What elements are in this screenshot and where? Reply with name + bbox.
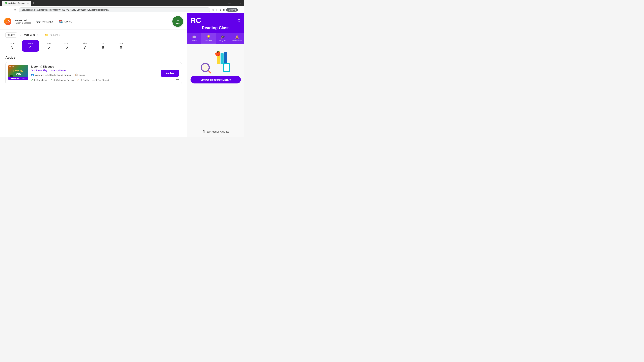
waiting-stat: ✔ 0 Waiting for Review (50, 78, 74, 81)
today-button[interactable]: Today (5, 32, 17, 37)
assigned-text: Assigned to All Students and Groups (35, 74, 71, 76)
folder-text: books (79, 74, 85, 76)
activities-icon: 💡 (206, 35, 211, 39)
bookmark-icon[interactable]: ☆ (212, 8, 214, 11)
settings-icon[interactable]: ⚙ (237, 18, 241, 23)
day-sat[interactable]: Sat 9 (113, 40, 130, 52)
journal-icon: 📖 (192, 35, 196, 39)
completed-count: 0 (34, 79, 36, 81)
sidebar-item-activities[interactable]: 💡 Activities (202, 33, 216, 44)
window-controls: — ❐ × (227, 1, 242, 5)
day-wed[interactable]: Wed 6 (58, 40, 75, 52)
address-input[interactable] (18, 7, 210, 12)
apple-icon: 🍎 (215, 51, 221, 56)
library-nav-item[interactable]: 📚 Library (59, 19, 72, 23)
bulk-archive-button[interactable]: 🗄 Bulk Archive Activities (202, 130, 229, 133)
activity-thumbnail: LOVE MY NAME ▶ Written Present to Class (8, 65, 28, 80)
activity-subtitle[interactable]: Just Press Play: I Love My Name (31, 69, 158, 72)
list-view-button[interactable]: ☰ (171, 32, 176, 37)
date-nav: ‹ Mar 3–9 › (20, 32, 39, 37)
day-fri[interactable]: Fri 8 (94, 40, 111, 52)
bulk-archive-label: Bulk Archive Activities (206, 130, 229, 133)
refresh-button[interactable]: ⟳ (14, 7, 17, 12)
waiting-count: 0 (54, 79, 55, 81)
day-number-thu: 7 (84, 45, 86, 50)
browse-resource-library-button[interactable]: Browse Resource Library (190, 76, 241, 83)
activities-section: Active LOVE MY NAME ▶ Written Present to… (0, 52, 187, 137)
messages-label: Messages (42, 20, 53, 23)
day-tue[interactable]: Tue 5 (40, 40, 57, 52)
add-label: Add (176, 22, 180, 24)
address-bar: ← → ⟳ ☆ ▯ ⇓ ■ Incognito ⋮ (0, 6, 244, 13)
back-button[interactable]: ← (2, 8, 6, 12)
present-to-class-badge[interactable]: Present to Class (8, 77, 28, 80)
folder-meta-icon: 📋 (75, 73, 78, 76)
restore-button[interactable]: ❐ (233, 1, 237, 5)
top-header: LD Lauren Deli Teacher · 2 Classes 💬 Mes… (0, 13, 187, 30)
sidebar-item-progress[interactable]: 🎓 Progress (216, 33, 230, 44)
day-name-sat: Sat (119, 42, 123, 45)
profile-icon[interactable]: ■ (223, 8, 225, 11)
day-name-tue: Tue (46, 42, 51, 45)
next-week-button[interactable]: › (37, 32, 39, 37)
minimize-button[interactable]: — (227, 1, 232, 5)
new-tab-button[interactable]: + (33, 1, 34, 5)
day-number-sun: 3 (11, 45, 14, 50)
prev-week-button[interactable]: ‹ (20, 32, 22, 37)
calendar-view-button[interactable]: ☷ (177, 32, 182, 37)
students-icon: 👥 (31, 73, 34, 76)
header-nav: 💬 Messages 📚 Library (36, 19, 72, 23)
progress-icon: 🎓 (221, 35, 225, 39)
book-blue (224, 52, 228, 64)
waiting-icon: ✔ (50, 78, 52, 81)
messages-nav-item[interactable]: 💬 Messages (36, 19, 53, 23)
day-name-thu: Thu (83, 42, 87, 45)
forward-button[interactable]: → (8, 8, 12, 12)
day-number-tue: 5 (48, 45, 50, 50)
menu-icon[interactable]: ⋮ (240, 8, 242, 11)
main-content: LD Lauren Deli Teacher · 2 Classes 💬 Mes… (0, 13, 187, 137)
day-thu[interactable]: Thu 7 (76, 40, 93, 52)
download-icon[interactable]: ⇓ (219, 8, 221, 11)
tablet-icon (223, 63, 230, 72)
extensions-icon[interactable]: ▯ (216, 8, 218, 11)
day-name-sun: Sun (10, 42, 14, 45)
right-sidebar: RC ⚙ Reading Class 📖 Journal 💡 Activitie… (187, 13, 244, 137)
not-started-count: 0 (96, 79, 97, 81)
completed-label: Completed (36, 79, 47, 81)
archive-icon: 🗄 (202, 130, 205, 133)
browser-chrome: S Activities - Seesaw × + — ❐ × (0, 0, 244, 6)
close-button[interactable]: × (239, 1, 242, 5)
review-button[interactable]: Review (161, 70, 179, 77)
avatar: LD (4, 18, 12, 25)
not-started-stat: — 0 Not Started (92, 79, 109, 81)
drafts-label: Drafts (83, 79, 89, 81)
sidebar-item-notifications[interactable]: 🔔 Notifications (230, 33, 244, 44)
messages-icon: 💬 (36, 19, 40, 23)
day-number-wed: 6 (66, 45, 68, 50)
day-name-mon: Mon (28, 42, 33, 45)
tab-title: Activities - Seesaw (8, 2, 25, 4)
day-number-fri: 8 (102, 45, 104, 50)
tab-close-button[interactable]: × (27, 2, 29, 4)
sidebar-nav: 📖 Journal 💡 Activities 🎓 Progress 🔔 Noti… (187, 33, 244, 44)
activities-label: Activities (205, 39, 212, 41)
folder-icon: 📁 (44, 33, 48, 37)
magnifier-handle (208, 70, 212, 74)
active-tab[interactable]: S Activities - Seesaw × (2, 1, 31, 6)
more-options-button[interactable]: ••• (176, 78, 179, 81)
day-mon[interactable]: Mon 4 (22, 40, 39, 52)
not-started-label: Not Started (98, 79, 109, 81)
notifications-icon: 🔔 (235, 35, 239, 39)
user-details: Lauren Deli Teacher · 2 Classes (14, 19, 31, 24)
folders-chevron: ▾ (59, 34, 60, 36)
day-sun[interactable]: Sun 3 (4, 40, 21, 52)
activity-stats: ✔ 0 Completed ✔ 0 Waiting for Review ⏱ 0 (31, 78, 158, 81)
drafts-icon: ⏱ (77, 79, 80, 81)
add-button[interactable]: + Add (172, 16, 183, 27)
sidebar-item-journal[interactable]: 📖 Journal (187, 33, 202, 44)
toolbar-icons: ☆ ▯ ⇓ ■ Incognito ⋮ (212, 8, 242, 11)
folders-button[interactable]: 📁 Folders ▾ (44, 33, 60, 37)
activity-info: Listen & Discuss Just Press Play: I Love… (31, 65, 158, 81)
drafts-stat: ⏱ 0 Drafts (77, 79, 89, 81)
